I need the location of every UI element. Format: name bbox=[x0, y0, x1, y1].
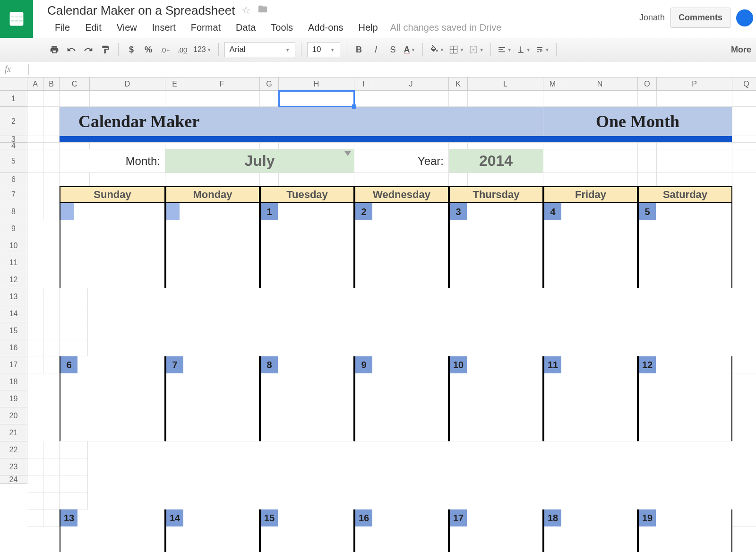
col-header-J[interactable]: J bbox=[373, 78, 449, 91]
sheets-logo[interactable] bbox=[0, 0, 33, 38]
star-icon[interactable]: ☆ bbox=[241, 4, 251, 17]
cell-Q8[interactable] bbox=[732, 203, 756, 220]
borders-icon[interactable]: ▼ bbox=[448, 45, 465, 54]
cell-N6[interactable] bbox=[562, 173, 638, 186]
col-header-F[interactable]: F bbox=[184, 78, 260, 91]
cell-M4[interactable] bbox=[543, 143, 562, 149]
col-header-E[interactable]: E bbox=[165, 78, 184, 91]
cell-L18[interactable] bbox=[468, 509, 543, 552]
cell-H8[interactable] bbox=[279, 203, 354, 288]
cell-M7[interactable]: Friday bbox=[543, 186, 638, 203]
cell-M18[interactable]: 18 bbox=[543, 509, 562, 552]
cell-M2[interactable]: One Month bbox=[543, 107, 732, 136]
cell-B14[interactable] bbox=[43, 441, 60, 458]
cell-D13[interactable] bbox=[90, 356, 165, 441]
cell-C1[interactable] bbox=[60, 91, 90, 107]
paint-format-icon[interactable] bbox=[98, 43, 112, 57]
menu-data[interactable]: Data bbox=[228, 20, 263, 35]
cell-O8[interactable]: 5 bbox=[638, 203, 657, 288]
cell-A6[interactable] bbox=[27, 173, 43, 186]
cell-A4[interactable] bbox=[27, 143, 43, 149]
cell-B18[interactable] bbox=[43, 509, 60, 526]
cell-A16[interactable] bbox=[27, 475, 43, 492]
cell-H6[interactable] bbox=[279, 173, 354, 186]
cell-O13[interactable]: 12 bbox=[638, 356, 657, 441]
menu-edit[interactable]: Edit bbox=[77, 20, 109, 35]
print-icon[interactable] bbox=[47, 43, 61, 57]
cell-N13[interactable] bbox=[562, 356, 638, 441]
cell-B10[interactable] bbox=[43, 305, 60, 322]
cell-K13[interactable]: 10 bbox=[449, 356, 468, 441]
cell-L4[interactable] bbox=[468, 143, 543, 149]
cell-D18[interactable] bbox=[90, 509, 165, 552]
cell-C7[interactable]: Sunday bbox=[60, 186, 165, 203]
cell-G7[interactable]: Tuesday bbox=[260, 186, 354, 203]
cell-B8[interactable] bbox=[43, 203, 60, 220]
cell-K1[interactable] bbox=[449, 91, 468, 107]
share-button[interactable] bbox=[736, 9, 753, 26]
cell-O6[interactable] bbox=[638, 173, 657, 186]
menu-insert[interactable]: Insert bbox=[145, 20, 183, 35]
cell-B17[interactable] bbox=[43, 492, 60, 509]
align-icon[interactable]: ▼ bbox=[497, 45, 513, 54]
cell-C4[interactable] bbox=[60, 143, 90, 149]
cell-C3[interactable] bbox=[60, 136, 732, 143]
cell-F1[interactable] bbox=[184, 91, 260, 107]
cell-N8[interactable] bbox=[562, 203, 638, 288]
row-header-18[interactable]: 18 bbox=[0, 373, 27, 390]
cell-C18[interactable]: 13 bbox=[60, 509, 90, 552]
row-header-2[interactable]: 2 bbox=[0, 107, 27, 136]
cell-A9[interactable] bbox=[27, 288, 43, 305]
menu-file[interactable]: File bbox=[47, 20, 77, 35]
more-button[interactable]: More bbox=[731, 45, 751, 55]
wrap-icon[interactable]: ▼ bbox=[534, 45, 550, 54]
cell-B16[interactable] bbox=[43, 475, 60, 492]
menu-addons[interactable]: Add-ons bbox=[301, 20, 351, 35]
cell-P6[interactable] bbox=[657, 173, 732, 186]
col-header-H[interactable]: H bbox=[279, 78, 354, 91]
row-header-7[interactable]: 7 bbox=[0, 186, 27, 203]
cell-I4[interactable] bbox=[354, 143, 373, 149]
cell-K5[interactable]: 2014 bbox=[449, 149, 543, 173]
cell-A10[interactable] bbox=[27, 305, 43, 322]
cell-J18[interactable] bbox=[373, 509, 449, 552]
cell-E6[interactable] bbox=[165, 173, 184, 186]
col-header-D[interactable]: D bbox=[90, 78, 165, 91]
cell-A14[interactable] bbox=[27, 441, 43, 458]
cell-O7[interactable]: Saturday bbox=[638, 186, 732, 203]
row-header-5[interactable]: 5 bbox=[0, 149, 27, 173]
cell-A18[interactable] bbox=[27, 509, 43, 526]
cell-A3[interactable] bbox=[27, 136, 43, 143]
cell-B12[interactable] bbox=[43, 339, 60, 356]
col-header-P[interactable]: P bbox=[657, 78, 732, 91]
cell-C13[interactable]: 6 bbox=[60, 356, 90, 441]
username[interactable]: Jonath bbox=[639, 13, 665, 23]
cell-F6[interactable] bbox=[184, 173, 260, 186]
cell-G4[interactable] bbox=[260, 143, 279, 149]
bold-icon[interactable]: B bbox=[352, 43, 366, 57]
cell-A8[interactable] bbox=[27, 203, 43, 220]
cell-E13[interactable]: 7 bbox=[165, 356, 184, 441]
cell-H13[interactable] bbox=[279, 356, 354, 441]
doc-title[interactable]: Calendar Maker on a Spreadsheet bbox=[47, 3, 235, 18]
cell-E5[interactable]: July bbox=[165, 149, 354, 173]
cell-O5[interactable] bbox=[638, 149, 657, 173]
col-header-M[interactable]: M bbox=[543, 78, 562, 91]
strikethrough-icon[interactable]: S bbox=[386, 43, 400, 57]
row-header-24[interactable]: 24 bbox=[0, 475, 27, 484]
cell-I13[interactable]: 9 bbox=[354, 356, 373, 441]
valign-icon[interactable]: ▼ bbox=[515, 45, 532, 54]
cell-B9[interactable] bbox=[43, 288, 60, 305]
font-size-select[interactable]: 10▼ bbox=[307, 42, 340, 57]
cell-Q5[interactable] bbox=[732, 149, 756, 173]
italic-icon[interactable]: I bbox=[369, 43, 383, 57]
cell-B2[interactable] bbox=[43, 107, 60, 136]
row-header-16[interactable]: 16 bbox=[0, 339, 27, 356]
cell-K18[interactable]: 17 bbox=[449, 509, 468, 552]
row-header-8[interactable]: 8 bbox=[0, 203, 27, 220]
menu-tools[interactable]: Tools bbox=[263, 20, 301, 35]
cell-Q10[interactable] bbox=[60, 305, 88, 322]
cell-I6[interactable] bbox=[354, 173, 373, 186]
cell-A12[interactable] bbox=[27, 339, 43, 356]
cell-M6[interactable] bbox=[543, 173, 562, 186]
